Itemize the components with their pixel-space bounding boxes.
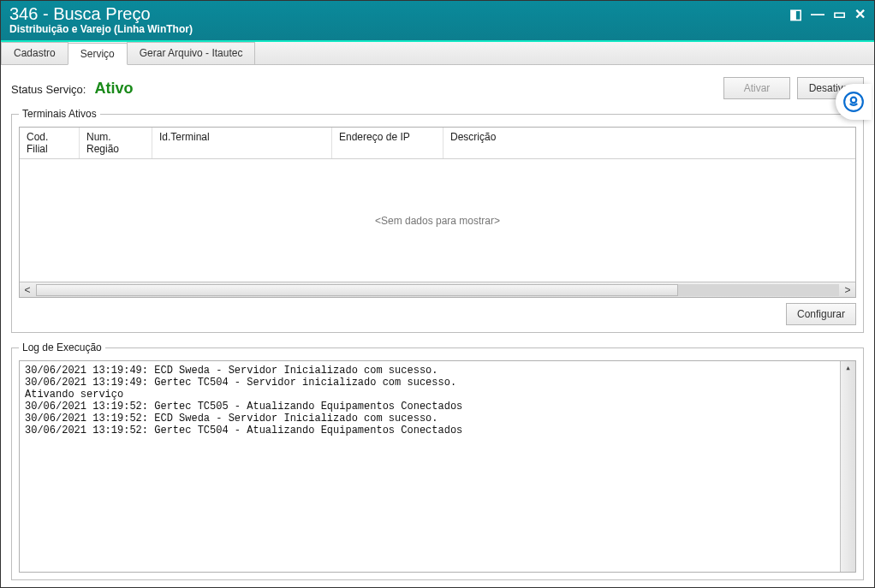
log-textarea[interactable]: 30/06/2021 13:19:49: ECD Sweda - Servido… [19,360,856,573]
app-icon[interactable]: ◧ [789,8,802,21]
terminais-legend: Terminais Ativos [19,108,100,120]
status-value: Ativo [94,80,133,98]
tab-bar: Cadastro Serviço Gerar Arquivo - Itautec [1,42,874,65]
configurar-button[interactable]: Configurar [786,303,856,325]
tab-cadastro[interactable]: Cadastro [1,42,68,64]
log-line: 30/06/2021 13:19:52: Gertec TC505 - Atua… [25,401,850,413]
svg-point-1 [851,98,857,104]
col-num-regiao[interactable]: Num. Região [80,128,152,158]
chat-icon [842,91,865,113]
col-id-terminal[interactable]: Id.Terminal [152,128,332,158]
titlebar: 346 - Busca Preço Distribuição e Varejo … [1,1,874,40]
close-icon[interactable]: ✕ [854,8,866,21]
log-legend: Log de Execução [19,342,105,353]
col-descricao[interactable]: Descrição [443,128,855,158]
log-line: 30/06/2021 13:19:52: ECD Sweda - Servido… [25,413,850,425]
tab-servico[interactable]: Serviço [68,43,128,65]
scroll-left-icon[interactable]: < [20,284,35,296]
log-line: 30/06/2021 13:19:52: Gertec TC504 - Atua… [25,425,850,437]
ativar-button[interactable]: Ativar [723,77,790,99]
log-line: 30/06/2021 13:19:49: Gertec TC504 - Serv… [25,377,850,389]
scroll-up-icon[interactable]: ▴ [845,361,851,375]
window-subtitle: Distribuição e Varejo (Linha WinThor) [9,23,193,35]
window-title: 346 - Busca Preço [9,4,193,23]
terminais-grid[interactable]: Cod. Filial Num. Região Id.Terminal Ende… [19,127,856,298]
log-v-scrollbar[interactable]: ▴ [840,361,855,572]
tab-gerar-arquivo[interactable]: Gerar Arquivo - Itautec [127,42,256,64]
scroll-right-icon[interactable]: > [840,284,855,296]
log-line: Ativando serviço [25,389,850,401]
scroll-thumb[interactable] [36,284,678,296]
grid-empty-message: <Sem dados para mostrar> [20,159,855,282]
col-endereco-ip[interactable]: Endereço de IP [332,128,443,158]
grid-h-scrollbar[interactable]: < > [20,282,855,297]
maximize-icon[interactable]: ▭ [833,8,846,21]
log-group: Log de Execução 30/06/2021 13:19:49: ECD… [11,342,864,580]
log-line: 30/06/2021 13:19:49: ECD Sweda - Servido… [25,365,850,377]
terminais-ativos-group: Terminais Ativos Cod. Filial Num. Região… [11,108,864,333]
status-label: Status Serviço: [11,83,86,96]
col-cod-filial[interactable]: Cod. Filial [20,128,80,158]
minimize-icon[interactable]: — [811,8,824,21]
help-chat-bubble[interactable] [836,84,872,120]
